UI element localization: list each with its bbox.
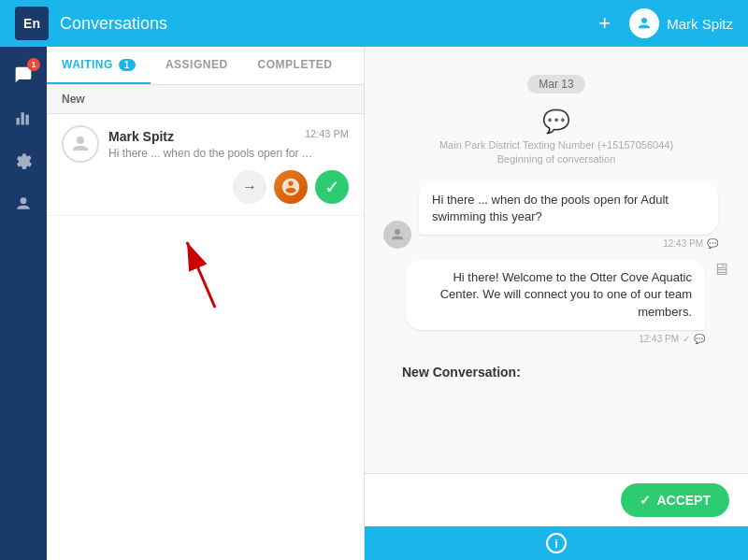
chat-bubble-icon: 💬: [383, 108, 729, 135]
user-avatar: [629, 8, 659, 38]
conv-item-header: Mark Spitz 12:43 PM Hi there ... when do…: [62, 125, 349, 163]
date-label: Mar 13: [383, 75, 729, 93]
svg-point-1: [21, 197, 27, 204]
svg-point-2: [77, 136, 84, 144]
info-icon[interactable]: i: [546, 533, 567, 553]
outgoing-meta: 12:43 PM ✓ 💬: [639, 334, 705, 344]
incoming-avatar: [383, 221, 411, 249]
accept-label: ACCEPT: [656, 493, 711, 508]
svg-point-0: [641, 18, 647, 23]
user-name: Mark Spitz: [667, 16, 733, 32]
sidebar-item-analytics[interactable]: [5, 99, 42, 136]
new-conversation-label: New Conversation:: [383, 355, 729, 380]
waiting-badge: 1: [119, 59, 136, 71]
chat-footer: ✓ ACCEPT: [365, 473, 748, 526]
date-badge: Mar 13: [527, 75, 584, 93]
conversations-panel: WAITING 1 ASSIGNED COMPLETED New Ma: [47, 47, 365, 560]
system-text-line1: Main Park District Texting Number (+1515…: [383, 138, 729, 152]
incoming-text: Hi there ... when do the pools open for …: [432, 193, 669, 223]
top-header: En Conversations + Mark Spitz: [0, 0, 748, 47]
logo: En: [15, 7, 49, 40]
chat-panel: Mar 13 💬 Main Park District Texting Numb…: [365, 47, 748, 560]
svg-point-5: [395, 229, 400, 235]
checkmark-icon: ✓: [683, 334, 690, 344]
arrow-annotation: [47, 223, 364, 317]
conv-name: Mark Spitz: [108, 129, 174, 144]
outgoing-text: Hi there! Welcome to the Otter Cove Aqua…: [440, 270, 692, 318]
tab-completed[interactable]: COMPLETED: [243, 47, 348, 84]
incoming-bubble: Hi there ... when do the pools open for …: [419, 182, 718, 235]
agent-avatar: [274, 170, 308, 204]
outgoing-bubble: Hi there! Welcome to the Otter Cove Aqua…: [406, 260, 705, 330]
add-conversation-button[interactable]: +: [598, 11, 611, 36]
tab-waiting[interactable]: WAITING 1: [47, 47, 151, 84]
main-layout: 1 WAITING 1 ASSIGNED COMPLETED: [0, 47, 748, 560]
sidebar-item-conversations[interactable]: 1: [5, 56, 42, 93]
message-incoming: Hi there ... when do the pools open for …: [383, 182, 729, 249]
user-menu[interactable]: Mark Spitz: [629, 8, 733, 38]
incoming-meta: 12:43 PM 💬: [419, 238, 718, 249]
conv-avatar: [62, 125, 99, 163]
sidebar-item-settings[interactable]: [5, 142, 42, 179]
conv-actions: → ✓: [62, 170, 349, 204]
conversation-item[interactable]: Mark Spitz 12:43 PM Hi there ... when do…: [47, 114, 364, 216]
accept-quick-button[interactable]: ✓: [315, 170, 349, 204]
conv-time: 12:43 PM: [305, 128, 349, 139]
message-outgoing: Hi there! Welcome to the Otter Cove Aqua…: [383, 260, 729, 344]
sidebar: 1: [0, 47, 47, 560]
system-text-line2: Beginning of conversation: [383, 152, 729, 166]
svg-line-4: [187, 242, 215, 308]
sms-icon-incoming: 💬: [707, 238, 718, 249]
conversations-badge: 1: [27, 58, 40, 71]
tabs: WAITING 1 ASSIGNED COMPLETED: [47, 47, 364, 85]
sms-icon-outgoing: 💬: [694, 334, 705, 344]
conv-preview: Hi there ... when do the pools open for …: [108, 147, 314, 160]
agent-button[interactable]: [274, 170, 308, 204]
chat-messages: Mar 13 💬 Main Park District Texting Numb…: [365, 47, 748, 473]
accept-checkmark: ✓: [640, 493, 651, 508]
tab-assigned[interactable]: ASSIGNED: [151, 47, 243, 84]
section-new: New: [47, 85, 364, 114]
transfer-button[interactable]: →: [233, 170, 266, 204]
accept-button[interactable]: ✓ ACCEPT: [621, 483, 729, 517]
computer-icon: 🖥: [712, 260, 729, 280]
sidebar-item-profile[interactable]: [5, 185, 42, 223]
system-info: 💬 Main Park District Texting Number (+15…: [383, 108, 729, 167]
conv-info: Mark Spitz 12:43 PM Hi there ... when do…: [108, 128, 349, 160]
info-bar: i: [365, 526, 748, 560]
header-title: Conversations: [60, 14, 598, 34]
